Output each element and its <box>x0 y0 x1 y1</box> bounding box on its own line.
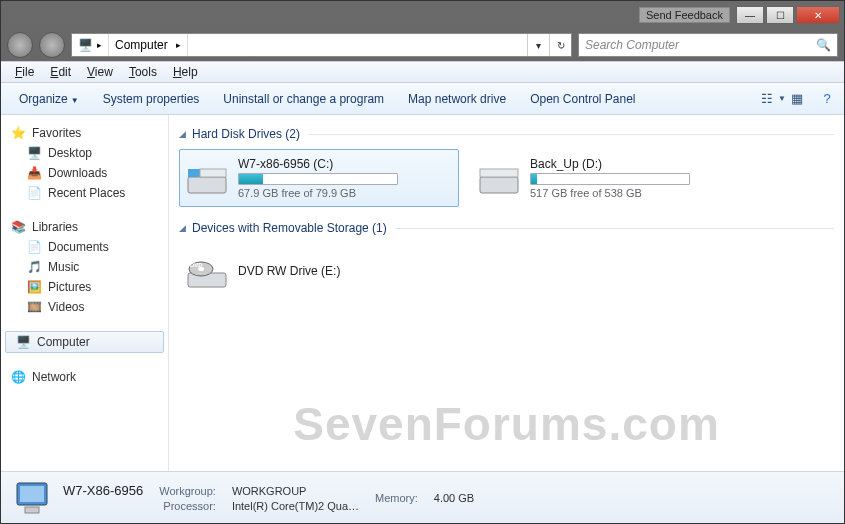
computer-icon: 🖥️ <box>16 335 31 349</box>
usage-bar <box>238 173 398 185</box>
libraries-icon: 📚 <box>11 220 26 234</box>
music-icon: 🎵 <box>27 260 42 274</box>
command-bar: Organize▼ System properties Uninstall or… <box>1 83 844 115</box>
usage-bar <box>530 173 690 185</box>
address-history-button[interactable]: ▾ <box>527 34 549 56</box>
address-bar[interactable]: 🖥️▸ Computer▸ ▾ ↻ <box>71 33 572 57</box>
drive-e[interactable]: DVD DVD RW Drive (E:) <box>179 243 459 301</box>
details-computer-name: W7-X86-6956 <box>63 483 143 498</box>
menu-edit[interactable]: Edit <box>42 63 79 81</box>
search-placeholder: Search Computer <box>585 38 679 52</box>
desktop-icon: 🖥️ <box>27 146 42 160</box>
dvd-drive-icon: DVD <box>186 251 228 293</box>
send-feedback-link[interactable]: Send Feedback <box>639 7 730 23</box>
menu-view[interactable]: View <box>79 63 121 81</box>
svg-text:DVD: DVD <box>190 262 203 268</box>
close-button[interactable]: ✕ <box>796 6 840 24</box>
libraries-group[interactable]: 📚Libraries <box>1 217 168 237</box>
videos-icon: 🎞️ <box>27 300 42 314</box>
change-view-button[interactable]: ☷▼ <box>758 90 776 108</box>
map-network-drive-button[interactable]: Map network drive <box>398 88 516 110</box>
drive-name: Back_Up (D:) <box>530 157 744 171</box>
preview-pane-button[interactable]: ▦ <box>788 90 806 108</box>
drive-c[interactable]: W7-x86-6956 (C:) 67.9 GB free of 79.9 GB <box>179 149 459 207</box>
svg-rect-2 <box>200 169 226 177</box>
nav-row: 🖥️▸ Computer▸ ▾ ↻ Search Computer 🔍 <box>1 29 844 61</box>
refresh-button[interactable]: ↻ <box>549 34 571 56</box>
sidebar-item-network[interactable]: 🌐Network <box>1 367 168 387</box>
menu-bar: File Edit View Tools Help <box>1 61 844 83</box>
computer-icon: 🖥️ <box>78 38 93 52</box>
details-processor-value: Intel(R) Core(TM)2 Qua… <box>232 500 359 512</box>
sidebar-item-recent[interactable]: 📄Recent Places <box>1 183 168 203</box>
explorer-window: Send Feedback — ☐ ✕ 🖥️▸ Computer▸ ▾ ↻ Se… <box>0 0 845 524</box>
maximize-button[interactable]: ☐ <box>766 6 794 24</box>
menu-tools[interactable]: Tools <box>121 63 165 81</box>
downloads-icon: 📥 <box>27 166 42 180</box>
watermark: SevenForums.com <box>293 397 720 451</box>
sidebar-item-computer[interactable]: 🖥️Computer <box>5 331 164 353</box>
section-hard-disk-drives[interactable]: ◢ Hard Disk Drives (2) <box>179 127 834 141</box>
svg-rect-11 <box>25 507 39 513</box>
menu-help[interactable]: Help <box>165 63 206 81</box>
svg-rect-1 <box>188 169 200 177</box>
svg-rect-3 <box>480 177 518 193</box>
details-workgroup-label: Workgroup: <box>159 485 216 497</box>
favorites-group[interactable]: ⭐Favorites <box>1 123 168 143</box>
hard-drive-icon <box>186 157 228 199</box>
titlebar: Send Feedback — ☐ ✕ <box>1 1 844 29</box>
details-memory-label: Memory: <box>375 492 418 504</box>
open-control-panel-button[interactable]: Open Control Panel <box>520 88 645 110</box>
collapse-triangle-icon: ◢ <box>179 129 186 139</box>
sidebar-item-videos[interactable]: 🎞️Videos <box>1 297 168 317</box>
computer-icon <box>11 477 53 519</box>
sidebar-item-pictures[interactable]: 🖼️Pictures <box>1 277 168 297</box>
minimize-button[interactable]: — <box>736 6 764 24</box>
navigation-pane: ⭐Favorites 🖥️Desktop 📥Downloads 📄Recent … <box>1 115 169 471</box>
search-box[interactable]: Search Computer 🔍 <box>578 33 838 57</box>
back-button[interactable] <box>7 32 33 58</box>
hard-drive-icon <box>478 157 520 199</box>
content-pane: ◢ Hard Disk Drives (2) W7-x86-6956 (C:) … <box>169 115 844 471</box>
address-location: Computer <box>115 38 168 52</box>
network-icon: 🌐 <box>11 370 26 384</box>
help-button[interactable]: ? <box>818 90 836 108</box>
collapse-triangle-icon: ◢ <box>179 223 186 233</box>
drive-name: DVD RW Drive (E:) <box>238 264 452 278</box>
system-properties-button[interactable]: System properties <box>93 88 210 110</box>
organize-button[interactable]: Organize▼ <box>9 88 89 110</box>
forward-button[interactable] <box>39 32 65 58</box>
details-workgroup-value: WORKGROUP <box>232 485 359 497</box>
svg-rect-0 <box>188 177 226 193</box>
sidebar-item-documents[interactable]: 📄Documents <box>1 237 168 257</box>
sidebar-item-music[interactable]: 🎵Music <box>1 257 168 277</box>
svg-rect-10 <box>20 486 44 502</box>
documents-icon: 📄 <box>27 240 42 254</box>
menu-file[interactable]: File <box>7 63 42 81</box>
pictures-icon: 🖼️ <box>27 280 42 294</box>
drive-d[interactable]: Back_Up (D:) 517 GB free of 538 GB <box>471 149 751 207</box>
star-icon: ⭐ <box>11 126 26 140</box>
sidebar-item-downloads[interactable]: 📥Downloads <box>1 163 168 183</box>
drive-name: W7-x86-6956 (C:) <box>238 157 452 171</box>
details-pane: W7-X86-6956 Workgroup: WORKGROUP Process… <box>1 471 844 523</box>
svg-rect-4 <box>480 169 518 177</box>
details-processor-label: Processor: <box>159 500 216 512</box>
drive-free-text: 517 GB free of 538 GB <box>530 187 744 199</box>
sidebar-item-desktop[interactable]: 🖥️Desktop <box>1 143 168 163</box>
details-memory-value: 4.00 GB <box>434 492 474 504</box>
recent-icon: 📄 <box>27 186 42 200</box>
section-removable-storage[interactable]: ◢ Devices with Removable Storage (1) <box>179 221 834 235</box>
search-icon: 🔍 <box>816 38 831 52</box>
uninstall-program-button[interactable]: Uninstall or change a program <box>213 88 394 110</box>
drive-free-text: 67.9 GB free of 79.9 GB <box>238 187 452 199</box>
